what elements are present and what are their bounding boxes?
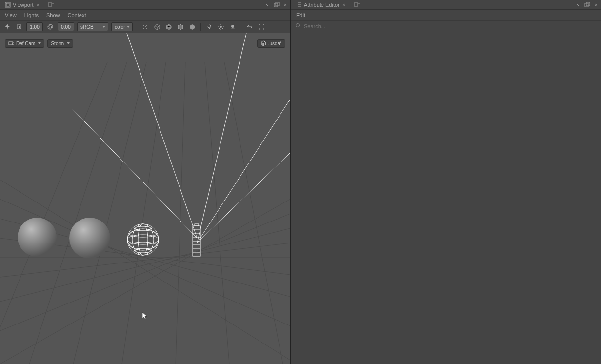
popout-icon[interactable] bbox=[274, 2, 280, 8]
attribute-empty-area bbox=[291, 31, 601, 364]
svg-rect-1 bbox=[6, 3, 9, 6]
svg-rect-66 bbox=[195, 224, 199, 226]
svg-line-22 bbox=[219, 28, 220, 29]
viewport-overlay: Def Cam Storm .usda* bbox=[5, 39, 285, 48]
svg-rect-14 bbox=[209, 28, 210, 29]
layers-icon bbox=[260, 40, 266, 46]
viewport-tab-bar: Viewport × × bbox=[0, 0, 290, 10]
svg-line-78 bbox=[299, 27, 300, 28]
pin-icon[interactable] bbox=[3, 22, 12, 31]
search-icon bbox=[295, 23, 301, 30]
svg-point-13 bbox=[208, 25, 211, 28]
points-icon[interactable] bbox=[141, 22, 150, 31]
viewport-tab-label: Viewport bbox=[13, 2, 34, 8]
tab-controls: × bbox=[265, 2, 288, 8]
renderer-selector[interactable]: Storm bbox=[47, 39, 73, 48]
chevron-down-icon[interactable] bbox=[576, 2, 581, 8]
viewport-3d-area[interactable]: Def Cam Storm .usda* bbox=[0, 33, 290, 364]
svg-point-11 bbox=[146, 28, 147, 29]
svg-point-10 bbox=[143, 28, 144, 29]
menu-context[interactable]: Context bbox=[68, 12, 86, 18]
camera-selector[interactable]: Def Cam bbox=[5, 39, 44, 48]
svg-point-12 bbox=[145, 26, 146, 27]
chevron-down-icon[interactable] bbox=[265, 2, 271, 8]
svg-line-32 bbox=[0, 199, 290, 326]
svg-rect-2 bbox=[48, 3, 52, 6]
menu-lights[interactable]: Lights bbox=[24, 12, 39, 18]
svg-point-77 bbox=[296, 23, 300, 27]
popout-icon[interactable] bbox=[584, 2, 590, 8]
attribute-editor-panel: Attribute Editor × × Edit bbox=[290, 0, 601, 364]
attribute-tab-label: Attribute Editor bbox=[304, 2, 340, 8]
wireframe-icon[interactable] bbox=[153, 22, 161, 31]
frame-icon[interactable] bbox=[257, 22, 266, 31]
renderer-label: Storm bbox=[51, 41, 64, 46]
svg-line-45 bbox=[197, 99, 290, 243]
attribute-tab-bar: Attribute Editor × × bbox=[291, 0, 601, 10]
gamma-input[interactable] bbox=[58, 22, 74, 31]
camera-label: Def Cam bbox=[16, 41, 35, 46]
svg-rect-67 bbox=[9, 42, 13, 45]
svg-line-43 bbox=[127, 33, 197, 238]
menu-show[interactable]: Show bbox=[46, 12, 60, 18]
close-icon[interactable]: × bbox=[36, 2, 40, 8]
svg-point-9 bbox=[146, 25, 147, 26]
sun-icon[interactable] bbox=[217, 22, 225, 31]
svg-line-23 bbox=[222, 25, 223, 25]
menu-view[interactable]: View bbox=[5, 12, 17, 18]
svg-point-47 bbox=[18, 218, 57, 257]
shaded-icon[interactable] bbox=[164, 22, 173, 31]
svg-line-40 bbox=[224, 62, 283, 364]
channel-dropdown[interactable]: color bbox=[111, 22, 133, 31]
separator bbox=[200, 23, 201, 31]
svg-point-48 bbox=[69, 218, 110, 259]
svg-line-21 bbox=[222, 28, 223, 29]
svg-line-36 bbox=[73, 62, 146, 364]
close-icon[interactable]: × bbox=[341, 2, 346, 8]
camera-icon bbox=[8, 41, 14, 46]
svg-point-52 bbox=[129, 230, 157, 237]
stop-icon[interactable] bbox=[15, 22, 23, 31]
svg-rect-74 bbox=[354, 3, 358, 6]
svg-line-34 bbox=[0, 180, 290, 360]
close-panel-icon[interactable]: × bbox=[593, 2, 599, 8]
stage-label: .usda* bbox=[268, 41, 282, 46]
attribute-menu-bar: Edit bbox=[291, 10, 601, 20]
svg-point-53 bbox=[129, 242, 157, 249]
shadow-icon[interactable] bbox=[228, 22, 237, 31]
svg-point-15 bbox=[220, 26, 222, 28]
add-tab-icon[interactable] bbox=[46, 0, 55, 9]
textured-icon[interactable] bbox=[188, 22, 197, 31]
svg-line-41 bbox=[0, 62, 107, 364]
list-icon bbox=[296, 2, 302, 8]
menu-edit[interactable]: Edit bbox=[296, 12, 305, 18]
scene-render bbox=[0, 33, 290, 364]
viewport-tab[interactable]: Viewport × bbox=[2, 1, 43, 9]
attribute-editor-tab[interactable]: Attribute Editor × bbox=[293, 1, 349, 9]
attribute-search-bar bbox=[291, 20, 601, 31]
svg-line-39 bbox=[205, 62, 229, 364]
svg-rect-6 bbox=[19, 26, 20, 28]
svg-line-35 bbox=[29, 62, 127, 364]
tab-controls: × bbox=[576, 2, 599, 8]
add-tab-icon[interactable] bbox=[352, 0, 361, 9]
svg-line-37 bbox=[122, 62, 166, 364]
lightbulb-icon[interactable] bbox=[205, 22, 214, 31]
close-panel-icon[interactable]: × bbox=[282, 2, 288, 8]
colorspace-dropdown[interactable]: sRGB bbox=[77, 22, 108, 31]
exposure-input[interactable] bbox=[26, 22, 43, 31]
aperture-icon[interactable] bbox=[46, 22, 55, 31]
svg-point-8 bbox=[143, 25, 144, 26]
viewport-toolbar: sRGB color bbox=[0, 20, 290, 33]
shaded-wire-icon[interactable] bbox=[176, 22, 185, 31]
expand-horizontal-icon[interactable] bbox=[245, 22, 254, 31]
svg-line-46 bbox=[197, 153, 290, 243]
svg-line-38 bbox=[176, 62, 185, 364]
viewport-icon bbox=[5, 2, 11, 8]
separator bbox=[241, 23, 241, 31]
svg-line-20 bbox=[219, 25, 220, 25]
svg-point-7 bbox=[48, 24, 53, 29]
separator bbox=[137, 23, 137, 31]
stage-indicator[interactable]: .usda* bbox=[257, 39, 285, 48]
search-input[interactable] bbox=[304, 23, 597, 29]
